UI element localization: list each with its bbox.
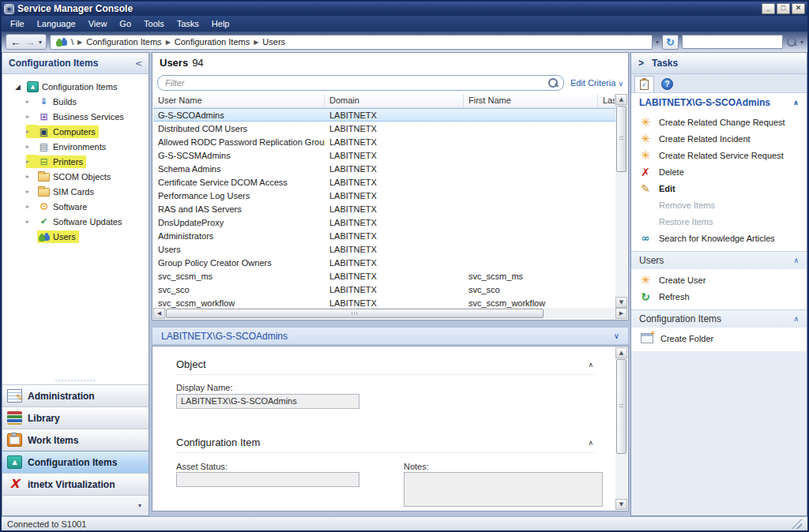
scroll-left-icon[interactable]: ◀ xyxy=(153,308,165,319)
breadcrumb-item-root[interactable]: \ xyxy=(71,37,73,47)
task-search-for-knowledge-articles[interactable]: Search for Knowledge Articles xyxy=(631,230,807,246)
tree-expander-icon[interactable]: ▸ xyxy=(26,218,37,225)
workspace-button-administration[interactable]: Administration xyxy=(2,384,149,406)
object-section-collapse-icon[interactable]: ∧ xyxy=(588,361,593,369)
task-refresh[interactable]: Refresh xyxy=(631,288,807,305)
table-row[interactable]: Schema AdminsLABITNETX xyxy=(153,162,615,175)
scroll-right-icon[interactable]: ▶ xyxy=(615,308,627,319)
table-row[interactable]: svc_scsm_workflowLABITNETXsvc_scsm_workf… xyxy=(153,296,615,308)
tree-expander-icon[interactable]: ▸ xyxy=(26,143,37,150)
tree-item-environments[interactable]: ▸Environments xyxy=(2,139,149,154)
table-row[interactable]: DnsUpdateProxyLABITNETX xyxy=(153,215,615,229)
tasks-collapse-icon[interactable]: > xyxy=(638,58,644,69)
history-dropdown-icon[interactable]: ▾ xyxy=(39,39,42,46)
refresh-icon[interactable]: ↻ xyxy=(662,35,679,50)
task-group-header-configuration-items[interactable]: Configuration Items∧ xyxy=(631,309,807,328)
tree-expander-icon[interactable]: ▸ xyxy=(26,125,37,138)
workspace-button-work-items[interactable]: Work Items xyxy=(2,429,149,451)
tree-item-scom-objects[interactable]: ▸SCOM Objects xyxy=(2,169,149,184)
splitter-grip[interactable] xyxy=(2,378,149,384)
menu-item-tasks[interactable]: Tasks xyxy=(171,17,205,31)
scroll-down-icon[interactable]: ▼ xyxy=(615,499,627,510)
tree-item-sim-cards[interactable]: ▸SIM Cards xyxy=(2,184,149,199)
task-create-related-service-request[interactable]: Create Related Service Request xyxy=(631,147,807,163)
tree-expander-icon[interactable]: ◢ xyxy=(15,83,26,91)
tree-item-software[interactable]: ▸Software xyxy=(2,199,149,214)
task-create-user[interactable]: Create User xyxy=(631,272,807,288)
breadcrumb-dropdown-icon[interactable]: ▾ xyxy=(656,39,659,46)
tab-help[interactable] xyxy=(657,76,677,92)
task-create-related-change-request[interactable]: Create Related Change Request xyxy=(631,114,807,130)
tree-expander-icon[interactable]: ▸ xyxy=(26,113,37,120)
tree-item-business-services[interactable]: ▸Business Services xyxy=(2,109,149,124)
tree-item-users[interactable]: Users xyxy=(2,229,149,244)
menu-item-tools[interactable]: Tools xyxy=(137,17,171,31)
scroll-down-icon[interactable]: ▼ xyxy=(615,297,627,308)
table-horizontal-scrollbar[interactable]: ◀ ▶ xyxy=(153,308,627,319)
table-row[interactable]: svc_scsm_msLABITNETXsvc_scsm_ms xyxy=(153,269,615,283)
task-create-folder[interactable]: Create Folder xyxy=(631,330,807,347)
table-vertical-scrollbar[interactable]: ▲ ▼ xyxy=(615,94,627,308)
column-header-first-name[interactable]: First Name xyxy=(464,94,598,107)
minimize-button[interactable]: _ xyxy=(762,3,775,14)
menu-item-view[interactable]: View xyxy=(82,17,114,31)
tree-item-computers[interactable]: ▸Computers xyxy=(2,124,149,139)
task-delete[interactable]: Delete xyxy=(631,163,807,180)
configure-buttons-dropdown-icon[interactable]: ▾ xyxy=(138,502,141,509)
task-group-header-users[interactable]: Users∧ xyxy=(631,251,807,269)
table-row[interactable]: Performance Log UsersLABITNETX xyxy=(153,189,615,202)
scroll-up-icon[interactable]: ▲ xyxy=(615,347,627,358)
detail-collapse-icon[interactable]: ∨ xyxy=(614,332,619,340)
tree-item-printers[interactable]: ▸Printers xyxy=(2,154,149,169)
task-group-collapse-icon[interactable]: ∧ xyxy=(793,257,799,264)
column-header-user-name[interactable]: User Name xyxy=(153,94,325,107)
column-header-domain[interactable]: Domain xyxy=(325,94,464,107)
edit-criteria-link[interactable]: Edit Criteria ∨ xyxy=(570,78,623,88)
breadcrumb-item-configuration-items[interactable]: Configuration Items xyxy=(175,37,250,47)
tree-expander-icon[interactable]: ▸ xyxy=(26,155,37,168)
table-row[interactable]: svc_scoLABITNETXsvc_sco xyxy=(153,283,615,296)
table-row[interactable]: AdministratorsLABITNETX xyxy=(153,229,615,242)
filter-input[interactable] xyxy=(157,75,564,91)
table-row[interactable]: UsersLABITNETX xyxy=(153,242,615,256)
search-options-dropdown-icon[interactable]: ▾ xyxy=(800,39,803,46)
table-row[interactable]: G-S-SCSMAdminsLABITNETX xyxy=(153,148,615,162)
menu-item-file[interactable]: File xyxy=(4,17,31,31)
tree-expander-icon[interactable]: ▸ xyxy=(26,188,37,195)
menu-item-go[interactable]: Go xyxy=(113,17,137,31)
table-row[interactable]: Certificate Service DCOM AccessLABITNETX xyxy=(153,175,615,189)
task-group-header-labitnetx-g-s-scoadmins[interactable]: LABITNETX\G-S-SCOAdmins∧ xyxy=(631,93,807,111)
search-icon[interactable] xyxy=(786,36,797,47)
search-input[interactable] xyxy=(682,35,783,49)
task-group-collapse-icon[interactable]: ∧ xyxy=(793,99,799,107)
workspace-button-itnetx-virtualization[interactable]: itnetx Virtualization xyxy=(2,473,149,495)
tree-item-builds[interactable]: ▸Builds xyxy=(2,94,149,109)
scrollbar-thumb[interactable] xyxy=(616,359,627,454)
scrollbar-thumb[interactable] xyxy=(616,106,627,172)
scrollbar-thumb[interactable] xyxy=(166,309,544,318)
forward-button[interactable]: → xyxy=(24,36,36,47)
column-header-las[interactable]: Las xyxy=(598,94,615,107)
tree-item-configuration-items[interactable]: ◢Configuration Items xyxy=(2,79,149,94)
table-row[interactable]: RAS and IAS ServersLABITNETX xyxy=(153,202,615,215)
maximize-button[interactable]: □ xyxy=(777,3,790,14)
detail-pane-header[interactable]: LABITNETX\G-S-SCOAdmins ∨ xyxy=(152,327,629,345)
workspace-button-configuration-items[interactable]: Configuration Items xyxy=(2,451,149,473)
task-group-collapse-icon[interactable]: ∧ xyxy=(793,315,799,323)
tree-item-software-updates[interactable]: ▸Software Updates xyxy=(2,214,149,229)
collapse-pane-icon[interactable]: < xyxy=(135,58,142,69)
filter-search-icon[interactable] xyxy=(547,77,559,88)
tree-expander-icon[interactable]: ▸ xyxy=(26,203,37,210)
task-create-related-incident[interactable]: Create Related Incident xyxy=(631,130,807,147)
close-button[interactable]: ✕ xyxy=(792,3,805,14)
menu-item-help[interactable]: Help xyxy=(205,17,236,31)
detail-vertical-scrollbar[interactable]: ▲ ▼ xyxy=(615,347,627,510)
back-button[interactable]: ← xyxy=(10,36,21,47)
resize-grip[interactable] xyxy=(792,519,802,529)
breadcrumb-item-users[interactable]: Users xyxy=(262,37,285,47)
workspace-button-library[interactable]: Library xyxy=(2,406,149,429)
table-row[interactable]: Group Policy Creator OwnersLABITNETX xyxy=(153,256,615,269)
table-row[interactable]: Distributed COM UsersLABITNETX xyxy=(153,122,615,135)
table-row[interactable]: G-S-SCOAdminsLABITNETX xyxy=(153,108,615,122)
tree-expander-icon[interactable]: ▸ xyxy=(26,98,37,105)
